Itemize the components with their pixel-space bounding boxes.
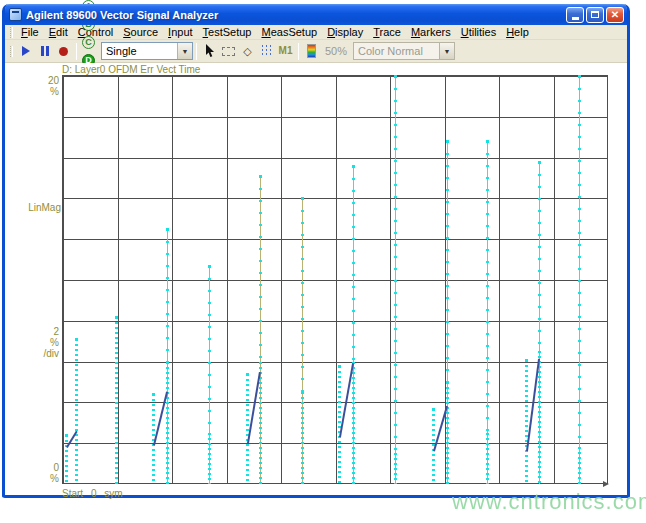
minimize-icon bbox=[572, 17, 579, 20]
error-dots-dense bbox=[301, 392, 304, 484]
menu-item-source[interactable]: Source bbox=[118, 25, 163, 39]
menubar-grip[interactable] bbox=[10, 27, 13, 38]
toolbar-separator bbox=[196, 43, 197, 60]
window-title: Agilent 89600 Vector Signal Analyzer bbox=[26, 9, 564, 21]
error-dots-dense bbox=[525, 360, 528, 484]
spike-tip-dot bbox=[394, 75, 397, 78]
menu-item-edit[interactable]: Edit bbox=[44, 25, 73, 39]
menu-item-utilities[interactable]: Utilities bbox=[456, 25, 501, 39]
error-dots-sparse bbox=[166, 229, 169, 362]
pointer-tool-button[interactable] bbox=[200, 42, 219, 61]
toolbar: ABCDEF Single ▼ ◇ M1 50% Color Normal ▼ bbox=[5, 40, 627, 63]
spike-tip-dot bbox=[578, 75, 581, 78]
spike-tip-dot bbox=[65, 434, 68, 437]
zoom-percent-label: 50% bbox=[325, 45, 347, 57]
menu-bar: FileEditControlSourceInputTestSetupMeasS… bbox=[5, 25, 627, 40]
diamond-marker-tool-button[interactable]: ◇ bbox=[238, 42, 257, 61]
error-dots-sparse bbox=[538, 162, 541, 352]
error-dots-dense bbox=[75, 339, 78, 484]
diamond-icon: ◇ bbox=[243, 46, 251, 57]
error-dots-sparse bbox=[208, 266, 211, 433]
trace-button-c[interactable]: C bbox=[80, 33, 97, 51]
color-mode-combobox[interactable]: Color Normal ▼ bbox=[353, 42, 455, 60]
spike-tip-dot bbox=[538, 161, 541, 164]
menu-item-trace[interactable]: Trace bbox=[368, 25, 406, 39]
play-button[interactable] bbox=[16, 42, 35, 61]
trace-title: D: Layer0 OFDM Err Vect Time bbox=[62, 64, 200, 75]
error-dots-dense bbox=[446, 382, 449, 484]
title-bar[interactable]: Agilent 89600 Vector Signal Analyzer ✕ bbox=[5, 4, 627, 25]
error-dots-dense bbox=[486, 433, 489, 484]
spike-tip-dot bbox=[446, 140, 449, 143]
watermark: www.cntronics.com bbox=[452, 489, 646, 515]
menu-item-display[interactable]: Display bbox=[322, 25, 368, 39]
error-dots-sparse bbox=[446, 141, 449, 382]
error-dots-sparse bbox=[259, 176, 262, 362]
app-icon bbox=[9, 8, 22, 21]
maximize-button[interactable] bbox=[586, 7, 604, 23]
spike-tip-dot bbox=[352, 165, 355, 168]
error-dots-dense bbox=[352, 362, 355, 484]
spike-tip-dot bbox=[208, 265, 211, 268]
menu-item-input[interactable]: Input bbox=[163, 25, 197, 39]
marquee-zoom-tool-button[interactable] bbox=[219, 42, 238, 61]
menu-item-file[interactable]: File bbox=[16, 25, 44, 39]
spike-tip-dot bbox=[259, 175, 262, 178]
error-dots-dense bbox=[208, 433, 211, 484]
marquee-icon bbox=[222, 47, 235, 56]
plot-area bbox=[62, 75, 608, 484]
color-mode-value: Color Normal bbox=[354, 45, 439, 57]
spike-tip-dot bbox=[525, 359, 528, 362]
error-dots-sparse bbox=[394, 76, 397, 453]
pause-button[interactable] bbox=[35, 42, 54, 61]
menu-item-testsetup[interactable]: TestSetup bbox=[198, 25, 257, 39]
spike-tip-dot bbox=[246, 373, 249, 376]
menu-item-help[interactable]: Help bbox=[501, 25, 534, 39]
x-axis-start-label: Start 0 sym bbox=[62, 488, 123, 499]
spike-tip-dot bbox=[115, 316, 118, 319]
record-icon bbox=[59, 47, 68, 56]
close-button[interactable]: ✕ bbox=[606, 7, 624, 23]
close-icon: ✕ bbox=[611, 9, 619, 20]
color-scale-button[interactable] bbox=[302, 42, 321, 61]
error-dots-sparse bbox=[578, 76, 581, 447]
screen: Agilent 89600 Vector Signal Analyzer ✕ F… bbox=[0, 0, 646, 523]
chevron-down-icon: ▼ bbox=[439, 43, 454, 59]
peak-marker-icon: M1 bbox=[279, 46, 293, 56]
maximize-icon bbox=[591, 11, 599, 18]
menu-item-markers[interactable]: Markers bbox=[406, 25, 456, 39]
rainbow-gradient-icon bbox=[307, 44, 316, 58]
peak-marker-tool-button[interactable]: M1 bbox=[276, 42, 295, 61]
spike-tip-dot bbox=[338, 365, 341, 368]
trace-letter: C bbox=[82, 36, 95, 49]
y-axis-per-div-label: 2 % /div bbox=[29, 326, 59, 359]
error-dots-sparse bbox=[301, 198, 304, 392]
spike-tip-dot bbox=[301, 197, 304, 200]
trace-display-area: D: Layer0 OFDM Err Vect Time 20 % LinMag… bbox=[5, 63, 627, 495]
spike-tip-dot bbox=[166, 228, 169, 231]
sweep-mode-value: Single bbox=[102, 45, 177, 57]
minimize-button[interactable] bbox=[566, 7, 584, 23]
menu-item-meassetup[interactable]: MeasSetup bbox=[256, 25, 322, 39]
error-dots-dense bbox=[115, 317, 118, 484]
error-dots-sparse bbox=[486, 141, 489, 433]
toolbar-separator bbox=[76, 43, 77, 60]
spike-tip-dot bbox=[486, 140, 489, 143]
spike-tip-dot bbox=[152, 393, 155, 396]
band-lines-icon bbox=[262, 45, 271, 57]
record-button[interactable] bbox=[54, 42, 73, 61]
error-dots-dense bbox=[394, 453, 397, 484]
sweep-mode-combobox[interactable]: Single ▼ bbox=[101, 42, 193, 60]
toolbar-separator bbox=[298, 43, 299, 60]
y-axis-scale-label: LinMag bbox=[27, 202, 61, 213]
x-axis-arrow-icon bbox=[603, 481, 609, 487]
pointer-icon bbox=[205, 44, 215, 58]
error-dots-dense bbox=[166, 362, 169, 484]
app-window: Agilent 89600 Vector Signal Analyzer ✕ F… bbox=[2, 4, 630, 498]
error-dots-dense bbox=[578, 447, 581, 484]
spike-tip-dot bbox=[432, 408, 435, 411]
toolbar-grip-1[interactable] bbox=[10, 46, 13, 57]
y-axis-top-label: 20 % bbox=[29, 75, 59, 97]
chevron-down-icon: ▼ bbox=[177, 43, 192, 59]
band-markers-tool-button[interactable] bbox=[257, 42, 276, 61]
